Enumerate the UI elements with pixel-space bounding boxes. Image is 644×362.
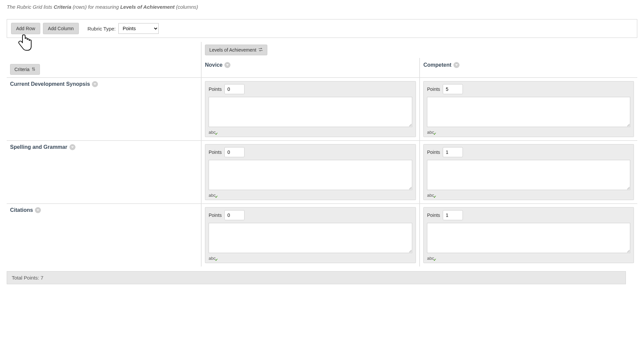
total-points-text: Total Points: 7	[12, 275, 43, 281]
criteria-row: Current Development Synopsis Points abc✔	[7, 78, 637, 141]
description-textarea[interactable]	[209, 223, 412, 253]
levels-chip-label: Levels of Achievement	[209, 47, 256, 53]
criteria-title: Current Development Synopsis	[10, 81, 90, 87]
levels-chip-row: Levels of Achievement	[7, 42, 637, 58]
criteria-chip-label: Criteria	[14, 67, 30, 72]
criteria-cell: Citations	[7, 204, 201, 267]
points-input[interactable]	[224, 147, 245, 157]
intro-part1: The Rubric Grid lists	[7, 4, 54, 10]
intro-part3: (columns)	[174, 4, 198, 10]
criteria-menu[interactable]	[35, 207, 41, 213]
empty-corner-top	[7, 42, 201, 58]
rubric-cell: Points abc✔	[420, 78, 637, 141]
criteria-chip[interactable]: Criteria	[10, 64, 40, 75]
points-input[interactable]	[443, 147, 463, 157]
points-label: Points	[209, 213, 222, 218]
spellcheck-button[interactable]: abc✔	[209, 193, 219, 197]
check-icon: ✔	[215, 195, 218, 199]
column-title-novice: Novice	[205, 62, 222, 68]
points-label: Points	[427, 213, 440, 218]
check-icon: ✔	[215, 258, 218, 262]
check-icon: ✔	[215, 132, 218, 136]
add-row-button[interactable]: Add Row	[11, 23, 40, 34]
column-header-competent: Competent	[420, 58, 637, 78]
criteria-chip-cell: Criteria	[7, 58, 201, 78]
levels-chip-cell: Levels of Achievement	[201, 42, 637, 58]
abc-text: abc	[427, 256, 434, 260]
abc-text: abc	[209, 256, 216, 260]
criteria-title: Spelling and Grammar	[10, 144, 67, 150]
abc-text: abc	[427, 130, 434, 134]
rubric-cell: Points abc✔	[420, 141, 637, 204]
points-input[interactable]	[443, 210, 463, 220]
points-label: Points	[427, 86, 440, 92]
rubric-type-select[interactable]: Points	[118, 23, 159, 34]
description-textarea[interactable]	[427, 223, 630, 253]
spellcheck-button[interactable]: abc✔	[427, 256, 437, 260]
check-icon: ✔	[433, 132, 436, 136]
levels-of-achievement-chip[interactable]: Levels of Achievement	[205, 45, 267, 55]
column-title-competent: Competent	[423, 62, 451, 68]
column-headers-row: Criteria Novice Competent	[7, 58, 637, 78]
description-textarea[interactable]	[209, 160, 412, 190]
toolbar: Add Row Add Column Rubric Type: Points	[7, 19, 637, 38]
points-label: Points	[209, 86, 222, 92]
criteria-cell: Spelling and Grammar	[7, 141, 201, 204]
points-input[interactable]	[224, 210, 245, 220]
spellcheck-button[interactable]: abc✔	[209, 256, 219, 260]
criteria-menu[interactable]	[69, 144, 75, 150]
abc-text: abc	[209, 130, 216, 134]
abc-text: abc	[427, 193, 434, 197]
points-input[interactable]	[443, 84, 463, 94]
spellcheck-button[interactable]: abc✔	[427, 193, 437, 197]
rubric-type-label: Rubric Type:	[88, 26, 116, 32]
points-label: Points	[427, 149, 440, 155]
check-icon: ✔	[433, 258, 436, 262]
description-textarea[interactable]	[209, 97, 412, 127]
intro-criteria-bold: Criteria	[54, 4, 71, 10]
rubric-cell: Points abc✔	[201, 141, 420, 204]
column-menu-novice[interactable]	[224, 62, 230, 68]
criteria-menu[interactable]	[92, 81, 98, 87]
description-textarea[interactable]	[427, 160, 630, 190]
criteria-row: Citations Points abc✔ Points	[7, 204, 637, 267]
criteria-title: Citations	[10, 207, 33, 213]
rubric-cell: Points abc✔	[420, 204, 637, 267]
rubric-cell: Points abc✔	[201, 78, 420, 141]
intro-levels-bold: Levels of Achievement	[120, 4, 174, 10]
points-label: Points	[209, 149, 222, 155]
column-header-novice: Novice	[201, 58, 420, 78]
description-textarea[interactable]	[427, 97, 630, 127]
abc-text: abc	[209, 193, 216, 197]
intro-text: The Rubric Grid lists Criteria (rows) fo…	[7, 4, 637, 10]
total-points-bar: Total Points: 7	[7, 271, 626, 284]
rubric-grid: Levels of Achievement Criteria Novice	[7, 42, 637, 266]
points-input[interactable]	[224, 84, 245, 94]
spellcheck-button[interactable]: abc✔	[209, 130, 219, 134]
sort-vertical-icon	[32, 67, 36, 72]
swap-horizontal-icon	[258, 47, 263, 53]
check-icon: ✔	[433, 195, 436, 199]
criteria-row: Spelling and Grammar Points abc✔	[7, 141, 637, 204]
criteria-cell: Current Development Synopsis	[7, 78, 201, 141]
spellcheck-button[interactable]: abc✔	[427, 130, 437, 134]
rubric-cell: Points abc✔	[201, 204, 420, 267]
column-menu-competent[interactable]	[453, 62, 460, 68]
add-column-button[interactable]: Add Column	[43, 23, 79, 34]
intro-part2: (rows) for measuring	[71, 4, 120, 10]
